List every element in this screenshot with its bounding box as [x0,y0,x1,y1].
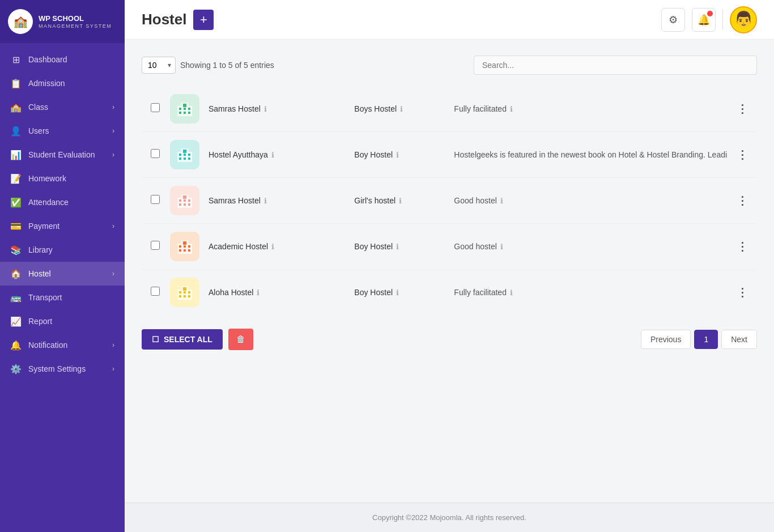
info-icon[interactable]: ℹ [500,197,503,205]
info-icon[interactable]: ℹ [264,197,267,205]
hostel-icon: 🏠 [10,268,22,279]
sidebar-item-notification[interactable]: 🔔 Notification › [0,333,125,357]
row-checkbox[interactable] [151,103,161,114]
info-icon[interactable]: ℹ [271,151,274,159]
select-all-button[interactable]: ☐ SELECT ALL [142,329,223,350]
chevron-icon: › [112,103,114,111]
svg-rect-15 [188,158,190,160]
app-name: WP SCHOOL [39,14,112,24]
svg-rect-32 [184,249,186,252]
info-icon[interactable]: ℹ [399,197,402,205]
sidebar-label-hostel: Hostel [28,269,51,278]
svg-rect-5 [184,112,186,114]
svg-rect-2 [184,108,186,110]
sidebar-item-library[interactable]: 📚 Library [0,238,125,262]
sidebar-item-transport[interactable]: 🚌 Transport [0,286,125,309]
chevron-icon: › [112,151,114,159]
sidebar-item-payment[interactable]: 💳 Payment › [0,214,125,238]
hostel-icon [170,278,199,307]
app-subtitle: MANAGEMENT SYSTEM [39,23,112,29]
main-content: Hostel + ⚙ 🔔 👨 [125,0,774,532]
entries-showing: Showing 1 to 5 of 5 entries [180,61,274,70]
settings-button[interactable]: ⚙ [661,8,685,32]
sidebar-item-attendance[interactable]: ✅ Attendance [0,190,125,214]
table-row: Samras Hostel ℹ Girl's hostel ℹ Good hos… [142,178,757,224]
hostel-description: Hostelgeeks is featured in the newest bo… [454,150,728,159]
row-menu-button[interactable]: ⋮ [737,102,748,116]
svg-rect-27 [177,244,192,254]
sidebar-item-report[interactable]: 📈 Report [0,309,125,333]
sidebar-label-payment: Payment [28,222,59,231]
svg-rect-10 [179,154,181,156]
svg-rect-11 [184,154,186,156]
hostel-description: Good hostel ℹ [454,196,728,205]
sidebar-item-class[interactable]: 🏫 Class › [0,95,125,119]
delete-button[interactable]: 🗑 [228,329,253,350]
chevron-icon: › [112,270,114,278]
row-menu-button[interactable]: ⋮ [737,194,748,207]
hostel-type: Girl's hostel ℹ [354,196,445,205]
add-hostel-button[interactable]: + [193,10,214,30]
info-icon[interactable]: ℹ [400,105,403,113]
sidebar-item-users[interactable]: 👤 Users › [0,119,125,143]
info-icon[interactable]: ℹ [396,288,399,297]
search-input[interactable] [474,56,757,75]
info-icon[interactable]: ℹ [396,151,399,159]
info-icon[interactable]: ℹ [396,242,399,251]
admission-icon: 📋 [10,78,22,89]
transport-icon: 🚌 [10,292,22,303]
avatar-icon: 👨 [734,10,754,29]
toolbar: 10 25 50 100 Showing 1 to 5 of 5 entries [142,56,757,75]
info-icon[interactable]: ℹ [257,288,260,297]
previous-page-button[interactable]: Previous [641,330,691,349]
info-icon[interactable]: ℹ [271,242,274,251]
svg-rect-23 [184,203,186,206]
row-checkbox[interactable] [151,149,161,160]
sidebar-label-dashboard: Dashboard [28,55,67,64]
row-menu-button[interactable]: ⋮ [737,148,748,161]
info-icon[interactable]: ℹ [264,105,267,113]
sidebar-item-student-eval[interactable]: 📊 Student Evaluation › [0,143,125,167]
svg-rect-3 [188,108,190,110]
svg-rect-21 [188,199,190,202]
svg-rect-38 [184,291,186,293]
sidebar-item-homework[interactable]: 📝 Homework [0,167,125,190]
library-icon: 📚 [10,244,22,256]
sidebar-logo: 🏫 WP SCHOOL MANAGEMENT SYSTEM [0,0,125,43]
checkbox-icon: ☐ [152,335,159,344]
header-divider [722,10,723,30]
svg-rect-39 [188,291,190,293]
svg-rect-8 [183,104,186,107]
row-checkbox[interactable] [151,195,161,206]
hostel-type: Boy Hostel ℹ [354,150,445,159]
hostel-icon [170,232,199,261]
sidebar-item-dashboard[interactable]: ⊞ Dashboard [0,48,125,71]
svg-rect-24 [188,203,190,206]
info-icon[interactable]: ℹ [500,242,503,251]
select-all-label: SELECT ALL [164,335,212,344]
chevron-icon: › [112,127,114,135]
entries-select-wrapper: 10 25 50 100 [142,57,176,74]
info-icon[interactable]: ℹ [510,288,513,297]
entries-select[interactable]: 10 25 50 100 [142,57,176,74]
sidebar-item-system-settings[interactable]: ⚙️ System Settings › [0,357,125,381]
sidebar-item-admission[interactable]: 📋 Admission [0,71,125,95]
svg-rect-41 [184,295,186,297]
users-icon: 👤 [10,125,22,137]
sidebar-label-library: Library [28,245,53,254]
sidebar-label-report: Report [28,317,52,326]
next-page-button[interactable]: Next [721,330,757,349]
hostel-type: Boy Hostel ℹ [354,242,445,251]
notification-button[interactable]: 🔔 [692,8,716,32]
notification-icon: 🔔 [10,339,22,351]
page-1-button[interactable]: 1 [694,330,718,349]
content-area: 10 25 50 100 Showing 1 to 5 of 5 entries [125,40,774,503]
row-menu-button[interactable]: ⋮ [737,240,748,253]
info-icon[interactable]: ℹ [510,105,513,113]
row-menu-button[interactable]: ⋮ [737,286,748,299]
row-checkbox[interactable] [151,287,161,298]
sidebar-label-student-eval: Student Evaluation [28,150,95,159]
row-checkbox[interactable] [151,241,161,252]
user-avatar[interactable]: 👨 [730,6,757,33]
sidebar-item-hostel[interactable]: 🏠 Hostel › [0,262,125,286]
